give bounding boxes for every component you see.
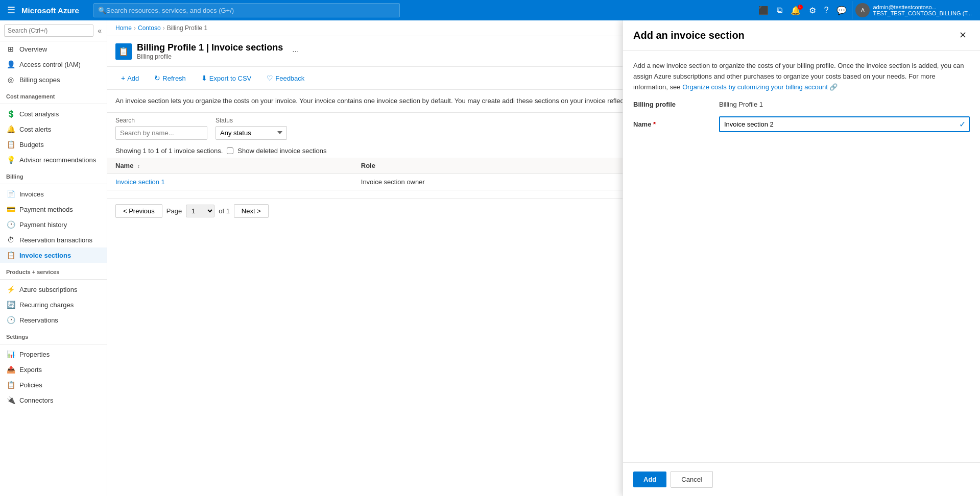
- sidebar-item-exports[interactable]: 📤Exports: [0, 362, 107, 377]
- brand-name: Microsoft Azure: [21, 6, 79, 15]
- cloud-shell-icon[interactable]: ⬛: [755, 4, 772, 17]
- sidebar-item-azure-subscriptions[interactable]: ⚡Azure subscriptions: [0, 282, 107, 297]
- sidebar-item-properties[interactable]: 📊Properties: [0, 346, 107, 362]
- name-field: Name * ✓: [633, 116, 970, 132]
- more-options-button[interactable]: ···: [292, 47, 299, 56]
- sidebar-item-label: Reservation transactions: [19, 236, 92, 244]
- sidebar-item-icon: 🔄: [6, 301, 15, 309]
- sidebar-item-label: Invoices: [19, 190, 44, 198]
- next-button[interactable]: Next >: [234, 204, 269, 218]
- hamburger-menu[interactable]: ☰: [5, 3, 17, 18]
- col-role: Role: [353, 158, 652, 174]
- export-button[interactable]: ⬇ Export to CSV: [196, 71, 257, 85]
- name-field-label: Name *: [633, 120, 715, 128]
- search-filter-input[interactable]: [115, 126, 207, 140]
- sidebar-item-recurring-charges[interactable]: 🔄Recurring charges: [0, 297, 107, 312]
- notifications-icon[interactable]: 🔔 1: [787, 4, 804, 17]
- sidebar-item-overview[interactable]: ⊞Overview: [0, 41, 107, 57]
- global-search-input[interactable]: [106, 7, 395, 14]
- settings-icon[interactable]: ⚙: [806, 4, 819, 17]
- add-invoice-section-panel: Add an invoice section ✕ Add a new invoi…: [623, 20, 980, 496]
- billing-profile-value: Billing Profile 1: [719, 101, 970, 108]
- panel-footer: Add Cancel: [623, 462, 980, 496]
- show-deleted-label: Show deleted invoice sections: [237, 147, 326, 155]
- sidebar-item-label: Invoice sections: [19, 252, 71, 259]
- help-icon[interactable]: ?: [821, 4, 832, 17]
- sidebar-section-settings: Settings: [0, 328, 107, 342]
- sidebar-divider: [0, 184, 107, 184]
- sidebar-item-label: Reservations: [19, 316, 58, 324]
- sidebar-item-cost-alerts[interactable]: 🔔Cost alerts: [0, 121, 107, 137]
- sidebar-item-invoice-sections[interactable]: 📋Invoice sections: [0, 247, 107, 263]
- refresh-button[interactable]: ↻ Refresh: [149, 71, 192, 85]
- feedback-icon[interactable]: 💬: [833, 4, 850, 17]
- breadcrumb-home[interactable]: Home: [115, 24, 132, 32]
- directory-icon[interactable]: ⧉: [774, 4, 785, 17]
- sidebar-item-icon: 👤: [6, 60, 15, 68]
- refresh-icon: ↻: [154, 74, 160, 82]
- add-button[interactable]: + Add: [115, 71, 145, 85]
- sidebar-item-policies[interactable]: 📋Policies: [0, 377, 107, 392]
- show-deleted-checkbox[interactable]: [227, 147, 233, 154]
- sidebar-search-input[interactable]: [4, 24, 93, 37]
- panel-cancel-button[interactable]: Cancel: [671, 471, 712, 488]
- sidebar-item-reservation-transactions[interactable]: ⏱Reservation transactions: [0, 232, 107, 247]
- sidebar-item-label: Connectors: [19, 396, 53, 404]
- breadcrumb-sep-1: ›: [134, 24, 136, 32]
- sidebar-item-access-control-iam[interactable]: 👤Access control (IAM): [0, 57, 107, 72]
- sidebar-collapse-btn[interactable]: «: [97, 26, 103, 36]
- sidebar-divider: [0, 104, 107, 104]
- export-icon: ⬇: [201, 74, 207, 82]
- sidebar-item-reservations[interactable]: 🕐Reservations: [0, 312, 107, 328]
- sidebar-divider: [0, 279, 107, 280]
- sidebar-item-icon: 📋: [6, 381, 15, 389]
- name-input[interactable]: [719, 116, 970, 132]
- breadcrumb-contoso[interactable]: Contoso: [138, 24, 161, 32]
- sidebar-items: ⊞Overview👤Access control (IAM)◎Billing s…: [0, 41, 107, 408]
- breadcrumb-current: Billing Profile 1: [167, 24, 207, 32]
- cell-name: Invoice section 1: [107, 173, 353, 190]
- sidebar-item-billing-scopes[interactable]: ◎Billing scopes: [0, 72, 107, 87]
- invoice-section-link[interactable]: Invoice section 1: [115, 178, 165, 186]
- page-icon: 📋: [115, 43, 132, 60]
- global-search-box[interactable]: 🔍: [93, 3, 400, 17]
- sidebar-item-label: Azure subscriptions: [19, 286, 77, 293]
- sidebar-item-icon: 🔌: [6, 396, 15, 404]
- of-label: of 1: [219, 207, 230, 215]
- page-header-text: Billing Profile 1 | Invoice sections Bil…: [137, 42, 283, 60]
- sidebar-item-label: Exports: [19, 366, 42, 374]
- sidebar-search-row: «: [0, 20, 107, 41]
- sidebar-item-connectors[interactable]: 🔌Connectors: [0, 392, 107, 408]
- col-name[interactable]: Name ↕: [107, 158, 353, 174]
- sidebar-section-billing: Billing: [0, 167, 107, 182]
- page-select[interactable]: 1: [186, 205, 214, 217]
- sidebar-item-icon: 📋: [6, 140, 15, 148]
- billing-profile-label: Billing profile: [633, 101, 715, 108]
- feedback-button[interactable]: ♡ Feedback: [261, 71, 310, 85]
- sidebar-item-budgets[interactable]: 📋Budgets: [0, 137, 107, 152]
- sidebar-item-cost-analysis[interactable]: 💲Cost analysis: [0, 106, 107, 121]
- previous-button[interactable]: < Previous: [115, 204, 162, 218]
- sidebar-item-label: Payment history: [19, 221, 67, 229]
- panel-description-link[interactable]: Organize costs by cutomizing your billin…: [682, 83, 828, 91]
- user-menu[interactable]: A admin@testtestcontoso... TEST_TEST_CON…: [852, 1, 975, 19]
- sidebar-item-icon: ⊞: [6, 45, 15, 53]
- panel-add-button[interactable]: Add: [633, 472, 666, 487]
- sidebar-divider: [0, 344, 107, 344]
- sidebar-item-label: Payment methods: [19, 206, 73, 213]
- sidebar-item-payment-history[interactable]: 🕐Payment history: [0, 217, 107, 232]
- sidebar-item-payment-methods[interactable]: 💳Payment methods: [0, 202, 107, 217]
- sidebar: « ⊞Overview👤Access control (IAM)◎Billing…: [0, 20, 107, 496]
- status-filter-select[interactable]: Any status Active Inactive Deleted: [216, 126, 287, 140]
- billing-profile-field: Billing profile Billing Profile 1: [633, 101, 970, 108]
- sidebar-section-products_+_services: Products + services: [0, 263, 107, 277]
- sidebar-item-advisor-recommendations[interactable]: 💡Advisor recommendations: [0, 152, 107, 167]
- sidebar-item-icon: 🔔: [6, 125, 15, 133]
- status-filter-label: Status: [216, 117, 287, 124]
- sidebar-item-label: Policies: [19, 381, 42, 389]
- sidebar-item-invoices[interactable]: 📄Invoices: [0, 186, 107, 202]
- nav-icon-group: ⬛ ⧉ 🔔 1 ⚙ ? 💬 A admin@testtestcontoso...…: [755, 1, 975, 19]
- panel-close-button[interactable]: ✕: [956, 29, 970, 42]
- panel-description: Add a new invoice section to organize th…: [633, 61, 970, 92]
- sidebar-section-cost_management: Cost management: [0, 87, 107, 102]
